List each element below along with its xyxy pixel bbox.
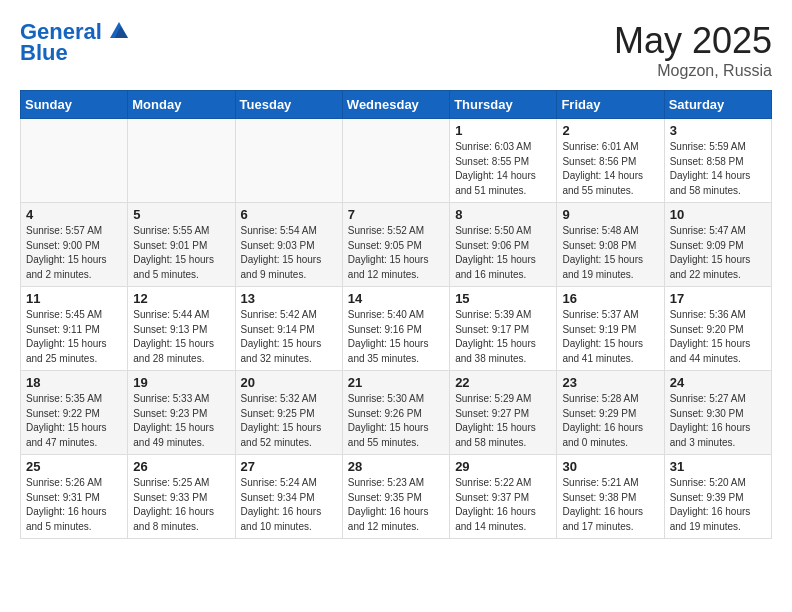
calendar-cell: 21Sunrise: 5:30 AM Sunset: 9:26 PM Dayli… <box>342 371 449 455</box>
day-info: Sunrise: 5:26 AM Sunset: 9:31 PM Dayligh… <box>26 476 122 534</box>
day-info: Sunrise: 5:22 AM Sunset: 9:37 PM Dayligh… <box>455 476 551 534</box>
calendar-week-row: 4Sunrise: 5:57 AM Sunset: 9:00 PM Daylig… <box>21 203 772 287</box>
page-header: General Blue May 2025 Mogzon, Russia <box>20 20 772 80</box>
day-number: 27 <box>241 459 337 474</box>
day-number: 23 <box>562 375 658 390</box>
day-number: 29 <box>455 459 551 474</box>
day-number: 17 <box>670 291 766 306</box>
day-info: Sunrise: 5:32 AM Sunset: 9:25 PM Dayligh… <box>241 392 337 450</box>
calendar-cell: 9Sunrise: 5:48 AM Sunset: 9:08 PM Daylig… <box>557 203 664 287</box>
calendar-week-row: 11Sunrise: 5:45 AM Sunset: 9:11 PM Dayli… <box>21 287 772 371</box>
day-number: 6 <box>241 207 337 222</box>
calendar-week-row: 18Sunrise: 5:35 AM Sunset: 9:22 PM Dayli… <box>21 371 772 455</box>
calendar-cell: 11Sunrise: 5:45 AM Sunset: 9:11 PM Dayli… <box>21 287 128 371</box>
calendar-cell: 6Sunrise: 5:54 AM Sunset: 9:03 PM Daylig… <box>235 203 342 287</box>
calendar-cell: 18Sunrise: 5:35 AM Sunset: 9:22 PM Dayli… <box>21 371 128 455</box>
calendar-cell: 29Sunrise: 5:22 AM Sunset: 9:37 PM Dayli… <box>450 455 557 539</box>
day-info: Sunrise: 5:24 AM Sunset: 9:34 PM Dayligh… <box>241 476 337 534</box>
day-info: Sunrise: 5:48 AM Sunset: 9:08 PM Dayligh… <box>562 224 658 282</box>
calendar-cell: 3Sunrise: 5:59 AM Sunset: 8:58 PM Daylig… <box>664 119 771 203</box>
day-info: Sunrise: 5:42 AM Sunset: 9:14 PM Dayligh… <box>241 308 337 366</box>
day-info: Sunrise: 5:25 AM Sunset: 9:33 PM Dayligh… <box>133 476 229 534</box>
title-block: May 2025 Mogzon, Russia <box>614 20 772 80</box>
day-number: 8 <box>455 207 551 222</box>
day-number: 18 <box>26 375 122 390</box>
day-info: Sunrise: 5:57 AM Sunset: 9:00 PM Dayligh… <box>26 224 122 282</box>
calendar-cell: 20Sunrise: 5:32 AM Sunset: 9:25 PM Dayli… <box>235 371 342 455</box>
day-number: 3 <box>670 123 766 138</box>
day-number: 9 <box>562 207 658 222</box>
month-title: May 2025 <box>614 20 772 62</box>
day-number: 19 <box>133 375 229 390</box>
calendar-cell: 31Sunrise: 5:20 AM Sunset: 9:39 PM Dayli… <box>664 455 771 539</box>
calendar-cell: 30Sunrise: 5:21 AM Sunset: 9:38 PM Dayli… <box>557 455 664 539</box>
day-number: 1 <box>455 123 551 138</box>
day-info: Sunrise: 5:33 AM Sunset: 9:23 PM Dayligh… <box>133 392 229 450</box>
day-number: 25 <box>26 459 122 474</box>
day-number: 22 <box>455 375 551 390</box>
day-info: Sunrise: 5:55 AM Sunset: 9:01 PM Dayligh… <box>133 224 229 282</box>
weekday-header-friday: Friday <box>557 91 664 119</box>
calendar-cell: 17Sunrise: 5:36 AM Sunset: 9:20 PM Dayli… <box>664 287 771 371</box>
calendar-cell: 26Sunrise: 5:25 AM Sunset: 9:33 PM Dayli… <box>128 455 235 539</box>
day-number: 12 <box>133 291 229 306</box>
day-info: Sunrise: 5:28 AM Sunset: 9:29 PM Dayligh… <box>562 392 658 450</box>
day-number: 10 <box>670 207 766 222</box>
day-info: Sunrise: 5:39 AM Sunset: 9:17 PM Dayligh… <box>455 308 551 366</box>
calendar-cell: 2Sunrise: 6:01 AM Sunset: 8:56 PM Daylig… <box>557 119 664 203</box>
day-number: 26 <box>133 459 229 474</box>
calendar-cell: 19Sunrise: 5:33 AM Sunset: 9:23 PM Dayli… <box>128 371 235 455</box>
calendar-cell: 13Sunrise: 5:42 AM Sunset: 9:14 PM Dayli… <box>235 287 342 371</box>
day-number: 7 <box>348 207 444 222</box>
day-info: Sunrise: 5:37 AM Sunset: 9:19 PM Dayligh… <box>562 308 658 366</box>
day-info: Sunrise: 5:29 AM Sunset: 9:27 PM Dayligh… <box>455 392 551 450</box>
day-info: Sunrise: 5:20 AM Sunset: 9:39 PM Dayligh… <box>670 476 766 534</box>
day-number: 15 <box>455 291 551 306</box>
weekday-header-thursday: Thursday <box>450 91 557 119</box>
calendar-week-row: 1Sunrise: 6:03 AM Sunset: 8:55 PM Daylig… <box>21 119 772 203</box>
day-info: Sunrise: 5:35 AM Sunset: 9:22 PM Dayligh… <box>26 392 122 450</box>
calendar-cell <box>128 119 235 203</box>
day-info: Sunrise: 5:36 AM Sunset: 9:20 PM Dayligh… <box>670 308 766 366</box>
day-info: Sunrise: 5:50 AM Sunset: 9:06 PM Dayligh… <box>455 224 551 282</box>
day-info: Sunrise: 5:59 AM Sunset: 8:58 PM Dayligh… <box>670 140 766 198</box>
calendar-cell: 5Sunrise: 5:55 AM Sunset: 9:01 PM Daylig… <box>128 203 235 287</box>
day-info: Sunrise: 5:23 AM Sunset: 9:35 PM Dayligh… <box>348 476 444 534</box>
day-number: 13 <box>241 291 337 306</box>
day-number: 31 <box>670 459 766 474</box>
weekday-header-saturday: Saturday <box>664 91 771 119</box>
calendar-cell <box>235 119 342 203</box>
day-number: 20 <box>241 375 337 390</box>
day-info: Sunrise: 5:40 AM Sunset: 9:16 PM Dayligh… <box>348 308 444 366</box>
calendar-cell: 4Sunrise: 5:57 AM Sunset: 9:00 PM Daylig… <box>21 203 128 287</box>
day-number: 28 <box>348 459 444 474</box>
calendar-cell: 8Sunrise: 5:50 AM Sunset: 9:06 PM Daylig… <box>450 203 557 287</box>
day-number: 4 <box>26 207 122 222</box>
calendar-week-row: 25Sunrise: 5:26 AM Sunset: 9:31 PM Dayli… <box>21 455 772 539</box>
calendar-header-row: SundayMondayTuesdayWednesdayThursdayFrid… <box>21 91 772 119</box>
day-number: 11 <box>26 291 122 306</box>
logo-icon <box>110 21 128 39</box>
weekday-header-wednesday: Wednesday <box>342 91 449 119</box>
day-number: 30 <box>562 459 658 474</box>
day-info: Sunrise: 5:52 AM Sunset: 9:05 PM Dayligh… <box>348 224 444 282</box>
day-number: 5 <box>133 207 229 222</box>
day-info: Sunrise: 5:45 AM Sunset: 9:11 PM Dayligh… <box>26 308 122 366</box>
logo: General Blue <box>20 20 128 66</box>
calendar-cell: 15Sunrise: 5:39 AM Sunset: 9:17 PM Dayli… <box>450 287 557 371</box>
calendar-cell <box>342 119 449 203</box>
day-number: 14 <box>348 291 444 306</box>
day-number: 21 <box>348 375 444 390</box>
day-number: 24 <box>670 375 766 390</box>
day-info: Sunrise: 5:21 AM Sunset: 9:38 PM Dayligh… <box>562 476 658 534</box>
calendar-cell: 23Sunrise: 5:28 AM Sunset: 9:29 PM Dayli… <box>557 371 664 455</box>
calendar-cell: 28Sunrise: 5:23 AM Sunset: 9:35 PM Dayli… <box>342 455 449 539</box>
calendar-cell: 22Sunrise: 5:29 AM Sunset: 9:27 PM Dayli… <box>450 371 557 455</box>
location: Mogzon, Russia <box>614 62 772 80</box>
calendar-cell: 1Sunrise: 6:03 AM Sunset: 8:55 PM Daylig… <box>450 119 557 203</box>
day-info: Sunrise: 6:03 AM Sunset: 8:55 PM Dayligh… <box>455 140 551 198</box>
calendar-cell: 12Sunrise: 5:44 AM Sunset: 9:13 PM Dayli… <box>128 287 235 371</box>
day-info: Sunrise: 5:44 AM Sunset: 9:13 PM Dayligh… <box>133 308 229 366</box>
day-number: 2 <box>562 123 658 138</box>
day-info: Sunrise: 5:47 AM Sunset: 9:09 PM Dayligh… <box>670 224 766 282</box>
